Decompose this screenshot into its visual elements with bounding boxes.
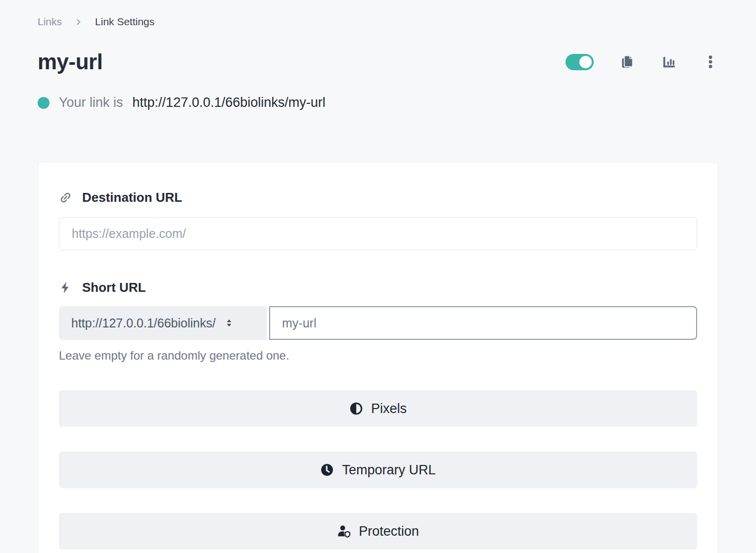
clock-icon — [320, 463, 334, 477]
status-prefix: Your link is — [59, 95, 123, 110]
destination-url-label: Destination URL — [59, 190, 697, 205]
bolt-icon — [59, 281, 72, 294]
breadcrumb-link-settings: Link Settings — [95, 16, 154, 28]
short-url-label: Short URL — [59, 280, 697, 295]
page-title: my-url — [38, 49, 102, 74]
toggle-knob — [579, 56, 592, 68]
status-dot — [38, 97, 49, 109]
copy-icon[interactable] — [619, 54, 635, 70]
short-url-helper: Leave empty for a randomly generated one… — [59, 349, 697, 363]
link-enabled-toggle[interactable] — [566, 54, 594, 70]
breadcrumb: Links Link Settings — [38, 16, 718, 28]
link-settings-card: Destination URL Short URL http://127.0.0… — [38, 162, 718, 553]
chevron-right-icon — [75, 18, 82, 26]
short-url-slug-input[interactable] — [269, 306, 697, 340]
destination-url-label-text: Destination URL — [82, 190, 182, 205]
protection-button-label: Protection — [359, 524, 419, 539]
short-url-label-text: Short URL — [82, 280, 146, 295]
status-url: http://127.0.0.1/66biolinks/my-url — [133, 95, 326, 110]
stats-icon[interactable] — [661, 54, 677, 70]
protection-button[interactable]: Protection — [59, 513, 697, 550]
breadcrumb-links[interactable]: Links — [38, 16, 62, 28]
short-url-group: http://127.0.0.1/66biolinks/ — [59, 306, 697, 340]
page-header: my-url — [38, 49, 718, 74]
short-url-domain-select[interactable]: http://127.0.0.1/66biolinks/ — [59, 306, 267, 340]
pixels-button[interactable]: Pixels — [59, 390, 697, 427]
link-icon — [59, 191, 72, 204]
contrast-icon — [349, 402, 363, 415]
pixels-button-label: Pixels — [371, 401, 407, 416]
temporary-url-button-label: Temporary URL — [342, 462, 435, 478]
link-status: Your link is http://127.0.0.1/66biolinks… — [38, 95, 718, 110]
link-settings-page: Links Link Settings my-url — [0, 0, 756, 553]
kebab-menu-icon[interactable] — [703, 54, 718, 70]
user-shield-icon — [337, 524, 351, 538]
destination-url-input[interactable] — [59, 217, 697, 250]
sort-caret-icon — [224, 318, 234, 328]
temporary-url-button[interactable]: Temporary URL — [59, 452, 697, 488]
short-url-domain-value: http://127.0.0.1/66biolinks/ — [71, 316, 216, 330]
header-actions — [566, 54, 718, 70]
